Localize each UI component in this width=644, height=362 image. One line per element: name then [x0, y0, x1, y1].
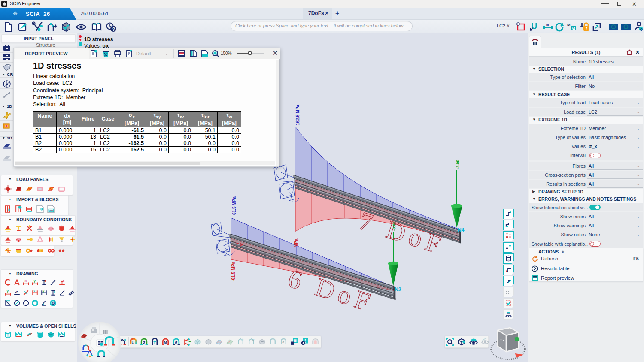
svg-text:u: u	[124, 338, 126, 341]
svg-text:MPa: MPa	[294, 238, 298, 247]
svg-text:61.5 MPa: 61.5 MPa	[232, 196, 237, 215]
svg-text:162.5 MPa: 162.5 MPa	[295, 104, 300, 125]
svg-text:y: y	[7, 289, 9, 293]
svg-text:DWG: DWG	[49, 210, 54, 212]
svg-text:z: z	[45, 279, 46, 283]
svg-text:-61.5 MPa: -61.5 MPa	[231, 261, 236, 281]
svg-text:σ: σ	[143, 340, 145, 344]
svg-text:σ: σ	[175, 340, 177, 344]
svg-text:-3.00: -3.00	[455, 160, 460, 169]
svg-text:N4: N4	[458, 227, 465, 233]
svg-text:Ø: Ø	[52, 301, 55, 305]
svg-text:-3.00: -3.00	[392, 221, 396, 231]
svg-text:y: y	[34, 279, 36, 283]
svg-text:w: w	[252, 338, 255, 341]
svg-text:x: x	[63, 279, 65, 282]
svg-text:M: M	[164, 340, 167, 344]
svg-text:a: a	[573, 27, 575, 30]
svg-text:y: y	[43, 290, 44, 293]
svg-text:M: M	[567, 23, 571, 27]
svg-text:m: m	[546, 23, 549, 26]
svg-text:N2: N2	[395, 287, 401, 293]
svg-text:σ: σ	[282, 340, 284, 344]
svg-text:x: x	[33, 290, 35, 293]
svg-text:U: U	[131, 340, 134, 345]
svg-text:Q: Q	[640, 27, 643, 31]
svg-text:x: x	[25, 279, 27, 283]
svg-text:?: ?	[112, 27, 115, 32]
svg-text:-z: -z	[15, 290, 18, 294]
svg-text:z: z	[54, 290, 55, 294]
